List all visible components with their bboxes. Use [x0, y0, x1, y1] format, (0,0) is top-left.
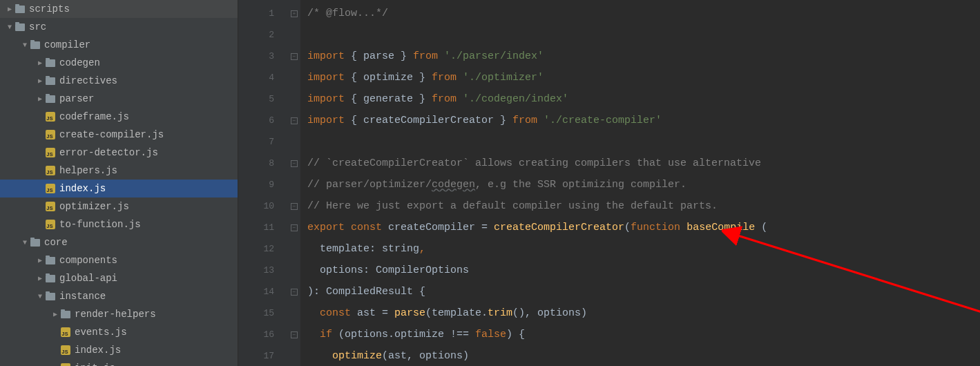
- fold-cell: +: [288, 3, 300, 24]
- expand-arrow-icon[interactable]: ▶: [6, 5, 14, 13]
- tree-folder[interactable]: ▼instance: [0, 287, 238, 305]
- line-number: 15: [238, 302, 274, 324]
- js-file-icon: JS: [44, 112, 57, 122]
- expand-arrow-icon[interactable]: ▶: [36, 95, 44, 103]
- tree-folder[interactable]: ▼src: [0, 18, 238, 36]
- code-line[interactable]: const ast = parse(template.trim(), optio…: [307, 302, 980, 324]
- fold-collapse-icon[interactable]: −: [291, 224, 298, 231]
- expand-arrow-icon[interactable]: ▶: [36, 77, 44, 85]
- tree-folder[interactable]: ▼core: [0, 233, 238, 251]
- code-token: codegen: [432, 179, 475, 191]
- line-number: 11: [238, 217, 274, 238]
- code-line[interactable]: [307, 24, 980, 46]
- js-file-icon: JS: [59, 327, 72, 337]
- fold-cell: [288, 345, 300, 366]
- code-token: // Here we just export a default compile…: [307, 200, 718, 212]
- code-line[interactable]: import { parse } from './parser/index': [307, 46, 980, 67]
- fold-collapse-icon[interactable]: −: [291, 160, 298, 167]
- code-line[interactable]: if (options.optimize !== false) {: [307, 324, 980, 345]
- code-token: './codegen/index': [463, 93, 568, 105]
- fold-collapse-icon[interactable]: −: [291, 53, 298, 60]
- code-line[interactable]: [307, 131, 980, 153]
- code-token: function: [631, 222, 686, 233]
- tree-folder[interactable]: ▶directives: [0, 72, 238, 90]
- tree-file[interactable]: JSerror-detector.js: [0, 144, 238, 162]
- code-line[interactable]: import { generate } from './codegen/inde…: [307, 88, 980, 110]
- code-editor[interactable]: 1234567891011121314151617 +−−−−−−− /* @f…: [238, 0, 980, 366]
- tree-file[interactable]: JScodeframe.js: [0, 108, 238, 126]
- tree-file[interactable]: JSinit.js: [0, 359, 238, 366]
- code-token: (template.: [425, 307, 488, 319]
- tree-file[interactable]: JSindex.js: [0, 180, 238, 198]
- fold-column[interactable]: +−−−−−−−: [288, 0, 300, 366]
- fold-expand-icon[interactable]: +: [291, 10, 298, 17]
- code-line[interactable]: export const createCompiler = createComp…: [307, 217, 980, 238]
- fold-cell: [288, 88, 300, 110]
- code-token: ,: [419, 243, 425, 255]
- expand-arrow-icon[interactable]: ▶: [51, 310, 59, 318]
- code-token: import: [307, 115, 351, 126]
- code-token: export const: [307, 222, 388, 233]
- code-token: createCompiler =: [388, 222, 494, 233]
- expand-arrow-icon[interactable]: ▼: [21, 41, 29, 49]
- tree-file[interactable]: JScreate-compiler.js: [0, 126, 238, 144]
- code-line[interactable]: /* @flow...*/: [307, 3, 980, 24]
- tree-item-label: parser: [59, 93, 94, 104]
- tree-item-label: src: [29, 21, 46, 32]
- code-line[interactable]: // `createCompilerCreator` allows creati…: [307, 153, 980, 174]
- tree-folder[interactable]: ▶scripts: [0, 0, 238, 18]
- code-line[interactable]: optimize(ast, options): [307, 345, 980, 366]
- code-line[interactable]: import { createCompilerCreator } from '.…: [307, 110, 980, 131]
- tree-file[interactable]: JSoptimizer.js: [0, 198, 238, 215]
- code-token: import: [307, 72, 351, 84]
- tree-folder[interactable]: ▶parser: [0, 90, 238, 108]
- expand-arrow-icon[interactable]: ▶: [36, 274, 44, 282]
- fold-collapse-icon[interactable]: −: [291, 117, 298, 124]
- folder-icon: [44, 59, 57, 67]
- code-token: { createCompilerCreator }: [351, 115, 512, 126]
- line-number: 8: [238, 153, 274, 174]
- code-line[interactable]: ): CompiledResult {: [307, 281, 980, 302]
- tree-item-label: core: [44, 237, 68, 248]
- fold-cell: −: [288, 46, 300, 67]
- fold-cell: −: [288, 153, 300, 174]
- code-token: { parse }: [351, 50, 413, 62]
- tree-folder[interactable]: ▶codegen: [0, 54, 238, 72]
- code-line[interactable]: // parser/optimizer/codegen, e.g the SSR…: [307, 174, 980, 195]
- tree-item-label: render-helpers: [75, 309, 156, 320]
- tree-item-label: codegen: [59, 57, 100, 68]
- file-tree-sidebar[interactable]: ▶scripts▼src▼compiler▶codegen▶directives…: [0, 0, 238, 366]
- code-token: ) {: [506, 329, 525, 340]
- fold-collapse-icon[interactable]: −: [291, 203, 298, 210]
- folder-icon: [14, 23, 26, 31]
- expand-arrow-icon[interactable]: ▼: [21, 239, 29, 247]
- tree-folder[interactable]: ▶global-api: [0, 269, 238, 287]
- line-number: 5: [238, 88, 274, 110]
- tree-folder[interactable]: ▼compiler: [0, 36, 238, 54]
- expand-arrow-icon[interactable]: ▼: [36, 293, 44, 300]
- code-line[interactable]: import { optimize } from './optimizer': [307, 67, 980, 88]
- code-content[interactable]: /* @flow...*/import { parse } from './pa…: [300, 0, 980, 366]
- fold-collapse-icon[interactable]: −: [291, 289, 298, 296]
- tree-file[interactable]: JSto-function.js: [0, 215, 238, 233]
- code-line[interactable]: options: CompilerOptions: [307, 260, 980, 281]
- expand-arrow-icon[interactable]: ▼: [6, 23, 14, 31]
- tree-file[interactable]: JSindex.js: [0, 341, 238, 359]
- code-line[interactable]: // Here we just export a default compile…: [307, 195, 980, 217]
- fold-cell: [288, 260, 300, 281]
- expand-arrow-icon[interactable]: ▶: [36, 59, 44, 67]
- fold-collapse-icon[interactable]: −: [291, 331, 298, 338]
- tree-folder[interactable]: ▶components: [0, 251, 238, 269]
- tree-file[interactable]: JSevents.js: [0, 323, 238, 341]
- folder-icon: [44, 275, 57, 282]
- code-token: { generate }: [351, 93, 432, 105]
- fold-cell: −: [288, 195, 300, 217]
- tree-item-label: scripts: [29, 3, 70, 15]
- tree-file[interactable]: JShelpers.js: [0, 162, 238, 180]
- js-file-icon: JS: [44, 202, 57, 211]
- tree-folder[interactable]: ▶render-helpers: [0, 305, 238, 323]
- folder-icon: [44, 257, 57, 264]
- code-token: baseCompile: [686, 222, 761, 233]
- expand-arrow-icon[interactable]: ▶: [36, 256, 44, 264]
- code-line[interactable]: template: string,: [307, 238, 980, 260]
